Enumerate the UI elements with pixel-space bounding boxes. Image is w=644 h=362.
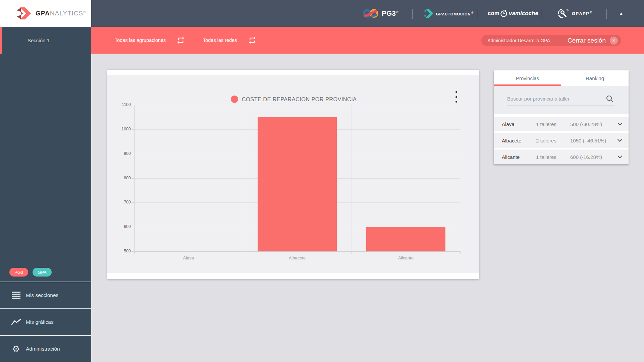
expand-row-button[interactable]: [611, 139, 629, 142]
pg3-badge: PG3: [9, 268, 28, 277]
gpautomocion-arrow-icon: [423, 9, 433, 18]
bar-albacete[interactable]: [258, 117, 337, 251]
header-divider: [542, 9, 542, 19]
logout-button[interactable]: Cerrar sesión ✕: [568, 37, 618, 45]
pg3-logo: PG3®: [363, 0, 398, 27]
gpanalytics-logo: GPANALYTICS®: [0, 0, 91, 27]
y-axis-tick: [132, 227, 134, 227]
chevron-down-icon: [618, 154, 622, 158]
gridline-vertical: [352, 105, 352, 251]
expand-row-button[interactable]: [611, 122, 629, 126]
x-axis-tick: [460, 251, 461, 254]
gridline-vertical: [243, 105, 243, 251]
y-axis-tick: [132, 105, 134, 105]
province-name: Alicante: [502, 154, 536, 160]
pg3-infinity-icon: [363, 8, 378, 19]
tab-ranking[interactable]: Ranking: [561, 70, 629, 86]
bar-chart: 50060070080090010001100ÁlavaAlbaceteAlic…: [107, 70, 479, 279]
gpapp-logo: GPΛPP®: [558, 0, 592, 27]
y-axis-label: 500: [112, 249, 131, 253]
y-axis-label: 800: [112, 176, 131, 180]
province-row-albacete[interactable]: Albacete 2 talleres 1050 (+46.51%): [494, 133, 629, 148]
chart-line-icon: [11, 319, 21, 325]
province-talleres: 1 talleres: [536, 121, 570, 127]
comprova-post: vamicoche: [509, 10, 538, 17]
clock-icon: [500, 9, 508, 17]
sidebar-badges: PG3 GPA: [0, 268, 91, 282]
search-input[interactable]: [507, 92, 614, 106]
sidebar-bottom: PG3 GPA Mis secciones Mis gráficas: [0, 268, 91, 362]
header-divider: [413, 9, 413, 19]
groupings-filter[interactable]: Todas las agrupaciones: [115, 27, 185, 54]
province-row-alava[interactable]: Álava 1 talleres 500 (-30.23%): [494, 117, 629, 131]
logo-reg: ®: [83, 10, 86, 14]
gpautomocion-logo: GPΛUTOMOCIÓN®: [423, 0, 474, 27]
gpautomocion-wordmark: GPΛUTOMOCIÓN®: [436, 11, 474, 16]
chart-card: COSTE DE REPARACION POR PROVINCIA 500600…: [107, 70, 479, 279]
comprova-pre: com: [488, 10, 499, 17]
y-axis-label: 1100: [112, 102, 131, 107]
x-axis-tick: [243, 251, 243, 254]
gpanalytics-arrow-icon: [16, 7, 31, 19]
gpa-badge: GPA: [33, 268, 52, 277]
province-name: Álava: [502, 121, 536, 127]
repeat-icon: [248, 36, 257, 45]
pg3-wordmark: PG3®: [382, 9, 398, 17]
top-header-bar: PG3® GPΛUTOMOCIÓN® com vamicoche GPΛPP®: [91, 0, 644, 27]
x-axis-label: Alicante: [352, 255, 460, 260]
close-session-icon: ✕: [610, 37, 618, 45]
logo-light: NALYTICS: [50, 10, 84, 17]
logo-bold: GPA: [36, 10, 50, 17]
user-name: Administrador Desarrollo GPA: [487, 38, 550, 43]
x-axis-label: Albacete: [243, 255, 352, 260]
main-content: COSTE DE REPARACION POR PROVINCIA 500600…: [91, 54, 644, 362]
networks-filter[interactable]: Todas las redes: [203, 27, 257, 54]
y-axis-tick: [132, 154, 134, 154]
chevron-down-icon: [618, 137, 622, 142]
gridline-horizontal: [134, 105, 460, 105]
sidebar-item-mis-graficas[interactable]: Mis gráficas: [0, 308, 91, 335]
province-value: 1050 (+46.51%): [570, 138, 611, 143]
filter-bar: Todas las agrupaciones Todas las redes A…: [91, 27, 644, 54]
bar-alicante[interactable]: [366, 227, 445, 251]
y-axis-label: 1000: [112, 127, 131, 131]
comprovamicoche-logo: com vamicoche: [488, 0, 538, 27]
section-label: Sección 1: [28, 38, 50, 43]
panel-body: Álava 1 talleres 500 (-30.23%) Albacete …: [494, 86, 629, 164]
province-name: Albacete: [502, 138, 536, 143]
province-value: 600 (-16.28%): [570, 154, 611, 160]
provinces-panel: Provincias Ranking Álava 1 talleres 500 …: [494, 70, 629, 164]
y-axis-tick: [132, 129, 134, 130]
province-talleres: 1 talleres: [536, 154, 570, 160]
province-row-alicante[interactable]: Alicante 1 talleres 600 (-16.28%): [494, 149, 629, 164]
sidebar-item-seccion-1[interactable]: Sección 1: [0, 27, 91, 54]
search-area: [494, 86, 629, 114]
expand-row-button[interactable]: [611, 155, 629, 159]
y-axis-tick: [132, 202, 134, 203]
menu-label: Administración: [26, 346, 60, 352]
logout-label: Cerrar sesión: [568, 37, 606, 44]
y-axis-tick: [132, 178, 134, 179]
province-talleres: 2 talleres: [536, 138, 570, 143]
collapse-header-button[interactable]: ▲: [614, 0, 629, 27]
sidebar-item-administracion[interactable]: ⚙ Administración: [0, 335, 91, 362]
networks-filter-label: Todas las redes: [203, 38, 237, 43]
gpapp-wordmark: GPΛPP®: [572, 11, 592, 16]
menu-label: Mis secciones: [26, 292, 58, 298]
x-axis-tick: [352, 251, 352, 254]
sidebar: Sección 1 PG3 GPA Mis secciones: [0, 27, 91, 362]
gear-icon: ⚙: [11, 345, 21, 353]
x-axis-tick: [134, 251, 135, 254]
chevron-down-icon: [618, 121, 622, 125]
tab-provincias[interactable]: Provincias: [494, 70, 561, 86]
repeat-icon: [176, 36, 185, 45]
header-divider: [477, 9, 477, 19]
search-icon[interactable]: [606, 95, 614, 103]
triangle-up-icon: ▲: [619, 11, 623, 16]
menu-label: Mis gráficas: [26, 319, 54, 325]
sidebar-item-mis-secciones[interactable]: Mis secciones: [0, 282, 91, 308]
wrench-icon: [558, 8, 569, 19]
gpanalytics-wordmark: GPANALYTICS®: [36, 10, 86, 17]
user-session-pill: Administrador Desarrollo GPA Cerrar sesi…: [481, 35, 621, 46]
gridline-horizontal: [134, 251, 460, 252]
